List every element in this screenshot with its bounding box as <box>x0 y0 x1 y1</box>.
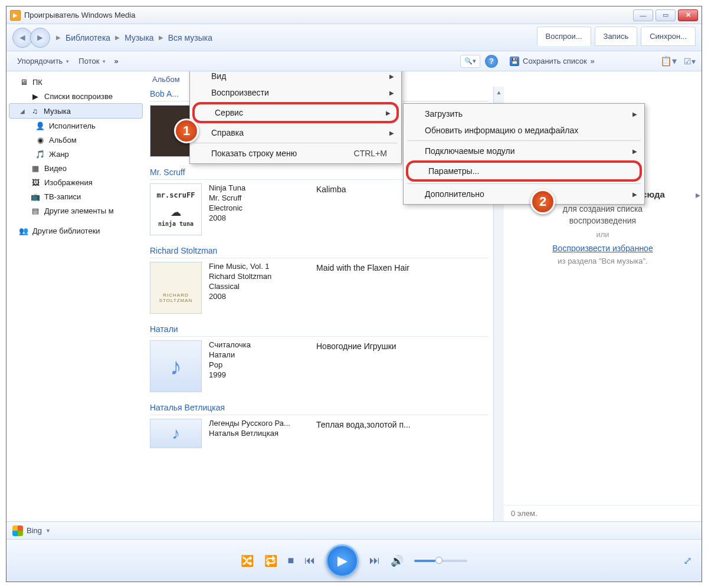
submenu-arrow-icon: ▶ <box>632 191 637 198</box>
annotation-badge-1: 1 <box>174 119 199 143</box>
album-art[interactable]: ♪ <box>150 340 202 392</box>
switch-view-button[interactable]: ⤢ <box>683 554 692 567</box>
expand-arrow-icon[interactable]: ▸ <box>696 189 700 201</box>
mute-button[interactable]: 🔊 <box>391 554 404 567</box>
titlebar: ▶ Проигрыватель Windows Media — ▭ ✕ <box>6 6 702 24</box>
breadcrumb-music[interactable]: Музыка <box>122 32 156 44</box>
tab-sync[interactable]: Синхрон... <box>641 27 696 46</box>
nav-tree: 🖥 ПК ▶ Списки воспроизве ◢ ♫ Музыка 👤 Ис… <box>6 71 145 521</box>
minimize-button[interactable]: — <box>633 9 653 21</box>
menu-options[interactable]: Параметры... <box>406 160 642 182</box>
album-art[interactable]: mr.scruFF☁ninja tuna <box>150 183 202 235</box>
playlist-overflow[interactable]: » <box>591 57 595 65</box>
maximize-button[interactable]: ▭ <box>655 9 676 21</box>
collapse-icon[interactable]: ◢ <box>19 108 26 114</box>
scroll-up-icon[interactable]: ▲ <box>494 87 504 97</box>
volume-slider[interactable] <box>414 560 467 562</box>
close-button[interactable]: ✕ <box>678 9 698 21</box>
menu-play[interactable]: Воспроизвести▶ <box>191 84 400 101</box>
nav-other-libraries[interactable]: 👥 Другие библиотеки <box>6 224 145 238</box>
next-button[interactable]: ⏭ <box>369 554 380 567</box>
submenu-arrow-icon: ▶ <box>632 111 637 117</box>
artist-link[interactable]: Натали <box>150 322 489 337</box>
volume-thumb[interactable] <box>435 557 442 564</box>
chevron-down-icon: ▼ <box>45 528 51 534</box>
artist-link[interactable]: Наталья Ветлицкая <box>150 400 489 415</box>
album-group: Richard Stoltzman RICHARDSTOLTZMAN Fine … <box>150 244 489 314</box>
service-submenu: Загрузить▶ Обновить информацию о медиафа… <box>403 103 645 205</box>
track-title[interactable]: Kalimba <box>316 183 346 235</box>
network-icon: 👥 <box>18 226 29 235</box>
tab-burn[interactable]: Запись <box>595 27 638 46</box>
nav-playlists[interactable]: ▶ Списки воспроизве <box>6 89 145 103</box>
artist-link[interactable]: Richard Stoltzman <box>150 244 489 258</box>
album-art[interactable]: ♪ <box>150 419 202 448</box>
drop-sub2: воспроизведения <box>516 216 690 225</box>
menu-service[interactable]: Сервис▶ <box>192 102 399 123</box>
main-context-menu: Файл▶ Вид▶ Воспроизвести▶ Сервис▶ Справк… <box>189 71 402 164</box>
nav-tv[interactable]: 📺 ТВ-записи <box>6 189 145 203</box>
window-title: Проигрыватель Windows Media <box>24 11 633 19</box>
player-controls: 🔀 🔁 ■ ⏮ ▶ ⏭ 🔊 ⤢ <box>6 539 702 582</box>
nav-album[interactable]: ◉ Альбом <box>6 133 145 147</box>
organize-button[interactable]: Упорядочить <box>12 54 74 68</box>
play-favorites-link[interactable]: Воспроизвести избранное <box>552 244 653 253</box>
breadcrumb-all-music[interactable]: Вся музыка <box>166 32 215 44</box>
nav-pc[interactable]: 🖥 ПК <box>6 75 145 89</box>
tab-play[interactable]: Воспрои... <box>537 27 591 46</box>
nav-other-media[interactable]: ▤ Другие элементы м <box>6 203 145 218</box>
repeat-button[interactable]: 🔁 <box>264 554 277 567</box>
shuffle-button[interactable]: 🔀 <box>241 554 254 567</box>
album-info: Легенды Русского Ра... Наталья Ветлицкая <box>209 419 309 448</box>
search-dropdown[interactable]: 🔍▾ <box>460 55 480 68</box>
track-title[interactable]: Новогодние Игрушки <box>316 340 396 392</box>
menu-download[interactable]: Загрузить▶ <box>405 106 643 122</box>
breadcrumb[interactable]: ▶ Библиотека ▶ Музыка ▶ Вся музыка <box>56 32 215 44</box>
help-button[interactable]: ? <box>485 55 498 68</box>
album-icon: ◉ <box>35 135 45 144</box>
stream-button[interactable]: Поток <box>74 54 110 68</box>
menu-advanced[interactable]: Дополнительно▶ <box>405 186 643 202</box>
nav-history: ◄ ► <box>12 28 50 48</box>
save-list-button[interactable]: Сохранить список <box>523 57 587 65</box>
album-info: Считалочка Натали Pop 1999 <box>209 340 309 392</box>
col-album[interactable]: Альбом <box>152 75 180 84</box>
save-icon: 💾 <box>510 57 519 66</box>
bing-logo-icon <box>12 525 23 536</box>
window: ▶ Проигрыватель Windows Media — ▭ ✕ ◄ ► … <box>6 6 702 582</box>
forward-button[interactable]: ► <box>30 28 50 48</box>
music-icon: ♫ <box>30 106 40 116</box>
clear-list-button[interactable]: 📋▾ <box>660 55 677 67</box>
track-title[interactable]: Maid with the Flaxen Hair <box>316 262 409 314</box>
menu-refresh-media[interactable]: Обновить информацию о медиафайлах <box>405 122 643 139</box>
nav-genre[interactable]: 🎵 Жанр <box>6 147 145 161</box>
bing-search-button[interactable]: Bing ▼ <box>12 525 51 536</box>
nav-artist[interactable]: 👤 Исполнитель <box>6 119 145 133</box>
album-art[interactable]: RICHARDSTOLTZMAN <box>150 262 202 314</box>
playlist-toolbar: 💾 Сохранить список » 📋▾ ☑▾ <box>504 51 702 71</box>
play-button[interactable]: ▶ <box>326 544 359 577</box>
menu-help[interactable]: Справка▶ <box>191 124 400 141</box>
view-options-button[interactable]: ☑▾ <box>684 57 696 66</box>
submenu-arrow-icon: ▶ <box>632 148 637 155</box>
submenu-arrow-icon: ▶ <box>389 90 394 96</box>
playlist-icon: ▶ <box>30 91 41 101</box>
library-icon: 🖥 <box>18 77 29 87</box>
submenu-arrow-icon: ▶ <box>386 110 391 116</box>
wmp-icon: ▶ <box>10 10 21 21</box>
breadcrumb-library[interactable]: Библиотека <box>63 32 113 44</box>
main-area: 🖥 ПК ▶ Списки воспроизве ◢ ♫ Музыка 👤 Ис… <box>6 71 702 521</box>
menu-show-menubar[interactable]: Показать строку менюCTRL+M <box>191 145 400 162</box>
nav-music[interactable]: ◢ ♫ Музыка <box>9 103 143 119</box>
tv-icon: 📺 <box>30 192 41 201</box>
toolbar-overflow[interactable]: » <box>110 54 122 68</box>
nav-images[interactable]: 🖼 Изображения <box>6 175 145 189</box>
nav-video[interactable]: ▦ Видео <box>6 161 145 175</box>
stop-button[interactable]: ■ <box>288 554 294 567</box>
menu-view[interactable]: Вид▶ <box>191 71 400 84</box>
menu-separator <box>407 183 641 184</box>
back-button[interactable]: ◄ <box>12 28 32 48</box>
menu-plugins[interactable]: Подключаемые модули▶ <box>405 143 643 159</box>
track-title[interactable]: Теплая вода,золотой п... <box>316 419 411 448</box>
prev-button[interactable]: ⏮ <box>304 554 315 567</box>
